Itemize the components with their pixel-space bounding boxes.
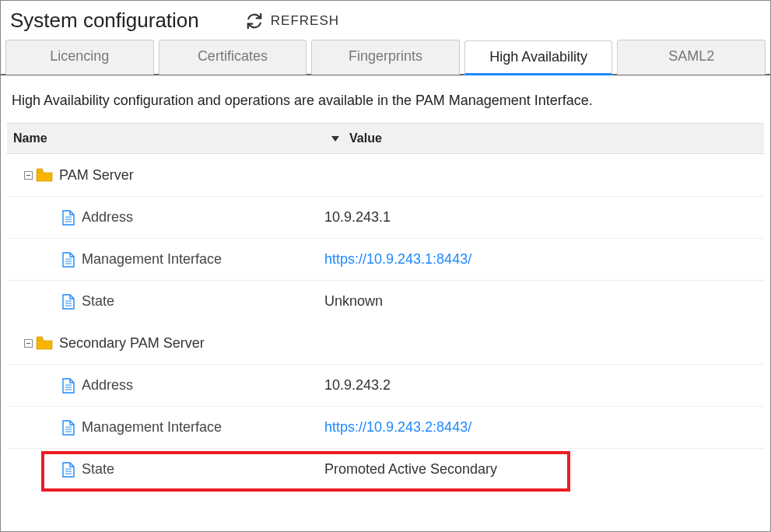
document-icon	[61, 462, 75, 478]
tree: PAM Server Address 10.9.243.1	[7, 154, 764, 490]
tree-leaf-name: State	[82, 293, 114, 310]
tree-leaf-name: Address	[82, 209, 133, 226]
tab-licencing[interactable]: Licencing	[5, 40, 154, 75]
tree-leaf-management-interface[interactable]: Management Interface https://10.9.243.1:…	[7, 238, 764, 280]
column-header-value-label: Value	[349, 131, 382, 145]
tree-leaf-address[interactable]: Address 10.9.243.1	[7, 196, 764, 238]
tree-leaf-value: Unknown	[324, 293, 383, 310]
document-icon	[61, 210, 75, 226]
svg-rect-1	[37, 169, 43, 172]
refresh-label: REFRESH	[271, 13, 339, 29]
svg-rect-11	[37, 337, 43, 340]
tree-group-label: PAM Server	[59, 167, 134, 184]
document-icon	[61, 294, 75, 310]
tab-saml2[interactable]: SAML2	[617, 40, 766, 75]
document-icon	[61, 378, 75, 394]
tree-leaf-address[interactable]: Address 10.9.243.2	[7, 364, 764, 406]
refresh-icon	[246, 12, 263, 30]
column-header-value[interactable]: Value	[331, 131, 758, 145]
tab-fingerprints[interactable]: Fingerprints	[311, 40, 460, 75]
page-title: System configuration	[10, 9, 199, 33]
tab-high-availability[interactable]: High Availability	[464, 40, 613, 75]
tree-group-pam-server[interactable]: PAM Server	[7, 154, 764, 196]
tree-leaf-management-interface[interactable]: Management Interface https://10.9.243.2:…	[7, 406, 764, 448]
tree-leaf-value: Promoted Active Secondary	[324, 461, 497, 478]
tree-leaf-value-link[interactable]: https://10.9.243.1:8443/	[324, 251, 471, 268]
folder-icon	[36, 336, 53, 350]
tree-leaf-state[interactable]: State Promoted Active Secondary	[7, 448, 764, 490]
tree-group-secondary-pam-server[interactable]: Secondary PAM Server	[7, 322, 764, 364]
table-header: Name Value	[7, 123, 764, 154]
tabs: Licencing Certificates Fingerprints High…	[1, 39, 770, 75]
collapse-icon[interactable]	[24, 339, 33, 348]
tab-certificates[interactable]: Certificates	[159, 40, 307, 75]
refresh-button[interactable]: REFRESH	[246, 12, 339, 30]
tree-leaf-value: 10.9.243.1	[324, 209, 391, 226]
tree-group-label: Secondary PAM Server	[59, 335, 205, 352]
tree-leaf-name: State	[82, 461, 114, 478]
tree-leaf-name: Management Interface	[82, 251, 222, 268]
sort-desc-icon	[331, 131, 340, 145]
folder-icon	[36, 168, 53, 182]
tree-leaf-value: 10.9.243.2	[324, 377, 391, 394]
tree-leaf-value-link[interactable]: https://10.9.243.2:8443/	[324, 419, 471, 436]
tree-leaf-name: Address	[82, 377, 133, 394]
document-icon	[61, 252, 75, 268]
tree-leaf-state[interactable]: State Unknown	[7, 280, 764, 322]
column-header-name[interactable]: Name	[13, 131, 331, 145]
tab-description: High Availability configuration and oper…	[12, 93, 759, 109]
tree-leaf-name: Management Interface	[82, 419, 222, 436]
collapse-icon[interactable]	[24, 171, 33, 180]
svg-marker-0	[331, 136, 339, 142]
document-icon	[61, 420, 75, 436]
